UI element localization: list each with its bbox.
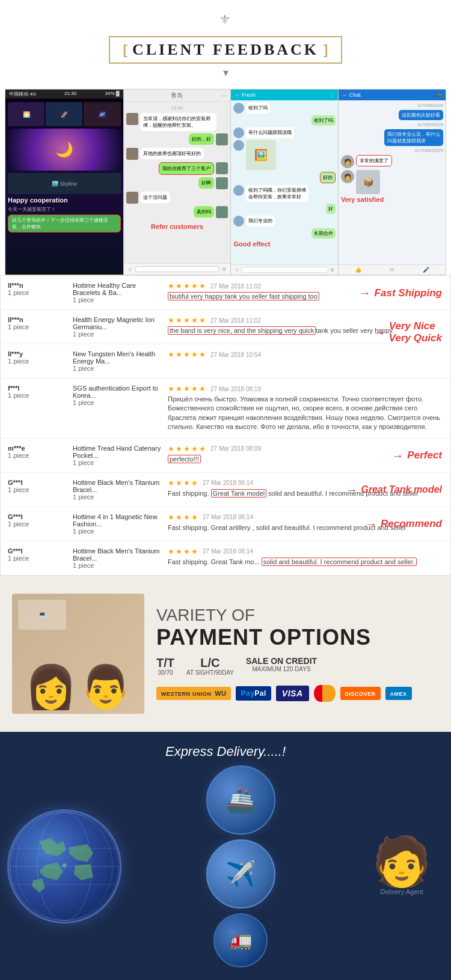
visa-logo: VISA — [276, 686, 309, 701]
reviewer-info: f***l 1 piece — [8, 385, 68, 399]
review-product: SGS authentication Export to Korea... 1 … — [73, 385, 163, 406]
annotation-text: Perfect — [407, 449, 442, 461]
payment-type-name: L/C — [186, 657, 234, 669]
review-product: Hottime Black Men's Titanium Bracel... 1… — [73, 479, 163, 501]
bracket-left: [ — [123, 42, 127, 58]
chat-mosaic: 中国移动 4G21:3034% ▓ 🌅 🚀 🌌 🌙 🏙️ Skyline Hap… — [5, 89, 446, 275]
annotation-text: Great Tank model — [361, 484, 442, 495]
star: ★ — [183, 479, 190, 487]
review-product: New Tungsten Men's Health Energy Ma... 1… — [73, 350, 163, 372]
happy-cooperation-label: Happy cooperation — [8, 196, 121, 204]
review-content: ★ ★ ★ ★ 27 Mar 2018 06:14 Fast shipping.… — [168, 547, 443, 567]
review-row: f***l 1 piece SGS authentication Export … — [1, 379, 450, 439]
very-satisfied-label: Very satisfied — [341, 196, 443, 203]
star: ★ — [199, 282, 206, 290]
review-row: G***I 1 piece Hottime 4 in 1 Magnetic Ne… — [1, 507, 450, 541]
reviewer-name: lI***n — [8, 316, 68, 323]
star: ★ — [183, 282, 190, 290]
annotation-text: Recommend — [381, 518, 442, 530]
chat-panel-left: 中国移动 4G21:3034% ▓ 🌅 🚀 🌌 🌙 🏙️ Skyline Hap… — [5, 90, 124, 275]
payment-type-detail: MAXIMUM 120 DAYS — [246, 665, 317, 673]
product-name: SGS authentication Export to Korea... — [73, 385, 163, 399]
review-row: lI***n 1 piece Hottime Healthy Care Brac… — [1, 276, 450, 310]
payment-type-lc: L/C AT SIGHT/90DAY — [186, 657, 234, 677]
reviewer-name: G***I — [8, 479, 68, 486]
payment-type-detail: 30/70 — [156, 669, 174, 677]
payment-types: T/T 30/70 L/C AT SIGHT/90DAY SALE ON CRE… — [156, 657, 439, 677]
product-qty: 1 piece — [73, 493, 163, 501]
star: ★ — [176, 445, 182, 453]
annotation-text: Very NiceVery Quick — [389, 320, 442, 345]
review-product: Hottime Healthy Care Bracelets & Ba... 1… — [73, 282, 163, 303]
stars-row: ★ ★ ★ ★ 27 Mar 2018 06:14 — [168, 547, 443, 556]
paypal-logo: PayPal — [236, 686, 271, 701]
highlight-text: biutiful very happy tank you seller fast… — [168, 292, 319, 300]
review-date: 27 Mar 2018 08:09 — [210, 445, 261, 452]
highlight-text: perfecto!!! — [168, 455, 201, 463]
reviewer-qty: 1 piece — [8, 323, 68, 330]
ornament-bottom: ▾ — [0, 66, 451, 79]
reviewer-info: lI***y 1 piece — [8, 350, 68, 365]
star: ★ — [176, 385, 182, 393]
review-row: G***I 1 piece Hottime Black Men's Titani… — [1, 473, 450, 507]
reviewer-qty: 1 piece — [8, 486, 68, 493]
star: ★ — [176, 547, 182, 556]
review-annotation: → Great Tank model — [345, 482, 442, 496]
star: ★ — [199, 316, 206, 324]
review-date: 27 Mar 2018 06:14 — [203, 514, 253, 520]
reviewer-qty: 1 piece — [8, 452, 68, 459]
review-text: Пришёл очень быстро. Упаковка в полной с… — [168, 395, 443, 432]
star: ★ — [199, 445, 206, 453]
reviewer-name: G***I — [8, 513, 68, 520]
review-annotation: → Recommend — [365, 517, 442, 531]
product-name: Hottime 4 in 1 Magnetic New Fashion... — [73, 513, 163, 528]
payment-section: 👩 👨 💻 VARIETY OF PAYMENT OPTIONS T/T 30/… — [0, 576, 451, 732]
star: ★ — [176, 282, 182, 290]
product-qty: 1 piece — [73, 528, 163, 535]
highlight-text: solid and beautiful. I recommend product… — [262, 558, 417, 566]
wechat-header-midleft: 青岛 ··· — [124, 90, 231, 102]
star: ★ — [183, 385, 190, 393]
refer-customers-label: Refer customers — [126, 223, 229, 230]
highlight-text: Great Tank model — [211, 489, 267, 498]
review-content: ★ ★ ★ ★ ★ 27 Mar 2018 08:19 Пришёл очень… — [168, 385, 443, 432]
star: ★ — [168, 350, 174, 359]
reviewer-info: m***e 1 piece — [8, 445, 68, 459]
star: ★ — [176, 316, 182, 324]
reviewer-name: f***l — [8, 385, 68, 392]
shipping-container-icon: 🚢 — [206, 765, 275, 835]
globe-image: 🌍 — [7, 809, 121, 924]
reviewer-qty: 1 piece — [8, 520, 68, 528]
star: ★ — [191, 282, 198, 290]
highlight-text: the band is very nice, and the shipping … — [168, 326, 316, 335]
reviewer-name: lI***y — [8, 350, 68, 358]
payment-logos: WESTERN UNION WU PayPal VISA DISCOVER AM… — [156, 685, 439, 702]
star: ★ — [176, 513, 182, 522]
feedback-header: ⚜ [ CLIENT FEEDBACK ] ▾ — [0, 0, 451, 84]
delivery-transport-icons: 🚢 ✈️ 🚛 — [126, 765, 355, 967]
star: ★ — [168, 316, 174, 324]
reviewer-qty: 1 piece — [8, 555, 68, 562]
review-content: ★ ★ ★ ★ ★ 27 Mar 2018 10:54 — [168, 350, 443, 361]
review-date: 27 Mar 2018 06:14 — [203, 479, 253, 486]
star: ★ — [199, 350, 206, 359]
stars-row: ★ ★ ★ ★ ★ 27 Mar 2018 10:54 — [168, 350, 443, 359]
payment-type-name: T/T — [156, 657, 174, 669]
payment-type-credit: SALE ON CREDIT MAXIMUM 120 DAYS — [246, 657, 317, 673]
review-annotation: → Fast Shipping — [359, 286, 442, 300]
review-product: Hottime Black Men's Titanium Bracel... 1… — [73, 547, 163, 569]
payment-type-name: SALE ON CREDIT — [246, 657, 317, 665]
payment-type-tt: T/T 30/70 — [156, 657, 174, 677]
chat-section: 中国移动 4G21:3034% ▓ 🌅 🚀 🌌 🌙 🏙️ Skyline Hap… — [0, 84, 451, 275]
star: ★ — [183, 316, 190, 324]
product-name: Hottime Black Men's Titanium Bracel... — [73, 547, 163, 562]
arrow-icon: → — [391, 448, 403, 462]
annotation-text: Fast Shipping — [375, 287, 442, 299]
feedback-title-wrap: [ CLIENT FEEDBACK ] — [109, 36, 343, 64]
arrow-icon: → — [373, 326, 385, 339]
review-date: 27 Mar 2018 10:54 — [210, 352, 261, 358]
payment-options-title: PAYMENT OPTIONS — [156, 625, 439, 650]
star: ★ — [191, 445, 198, 453]
reviewer-qty: 1 piece — [8, 358, 68, 365]
airplane-icon: ✈️ — [206, 839, 275, 908]
